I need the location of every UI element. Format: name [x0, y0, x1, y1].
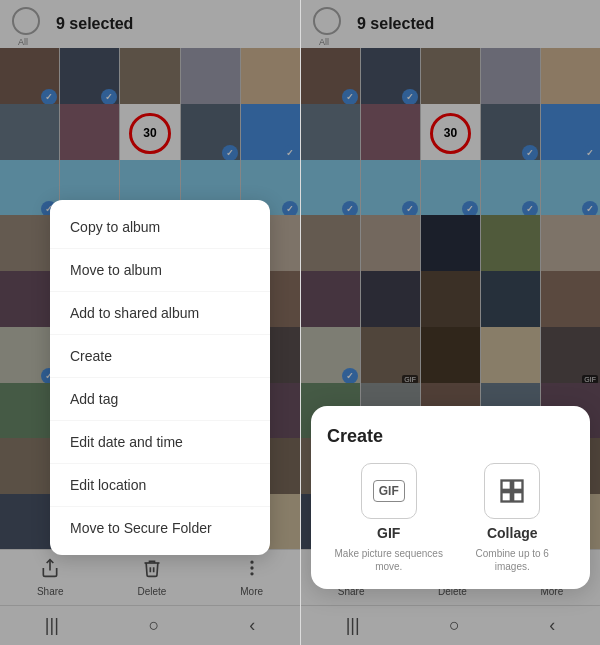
menu-item-copy-to-album[interactable]: Copy to album: [50, 206, 270, 249]
gif-option-icon: GIF: [361, 463, 417, 519]
menu-item-add-to-shared-album[interactable]: Add to shared album: [50, 292, 270, 335]
svg-rect-6: [502, 492, 511, 501]
svg-rect-7: [513, 492, 522, 501]
menu-item-move-to-album[interactable]: Move to album: [50, 249, 270, 292]
left-panel: All 9 selected 30: [0, 0, 300, 645]
menu-item-add-tag[interactable]: Add tag: [50, 378, 270, 421]
collage-option-icon: [484, 463, 540, 519]
menu-item-edit-location[interactable]: Edit location: [50, 464, 270, 507]
svg-rect-5: [513, 481, 522, 490]
gif-option-desc: Make picture sequences move.: [333, 547, 444, 573]
gif-option[interactable]: GIF GIF Make picture sequences move.: [333, 463, 444, 573]
create-options: GIF GIF Make picture sequences move. Col…: [327, 463, 574, 573]
menu-item-move-to-secure-folder[interactable]: Move to Secure Folder: [50, 507, 270, 549]
right-panel: All 9 selected 30: [300, 0, 600, 645]
create-dialog: Create GIF GIF Make picture sequences mo…: [311, 406, 590, 589]
gif-option-name: GIF: [377, 525, 400, 541]
menu-item-create[interactable]: Create: [50, 335, 270, 378]
collage-option-name: Collage: [487, 525, 538, 541]
context-menu: Copy to album Move to album Add to share…: [50, 200, 270, 555]
collage-option-desc: Combine up to 6 images.: [457, 547, 568, 573]
svg-rect-4: [502, 481, 511, 490]
create-dialog-title: Create: [327, 426, 574, 447]
collage-option[interactable]: Collage Combine up to 6 images.: [457, 463, 568, 573]
menu-item-edit-date-time[interactable]: Edit date and time: [50, 421, 270, 464]
